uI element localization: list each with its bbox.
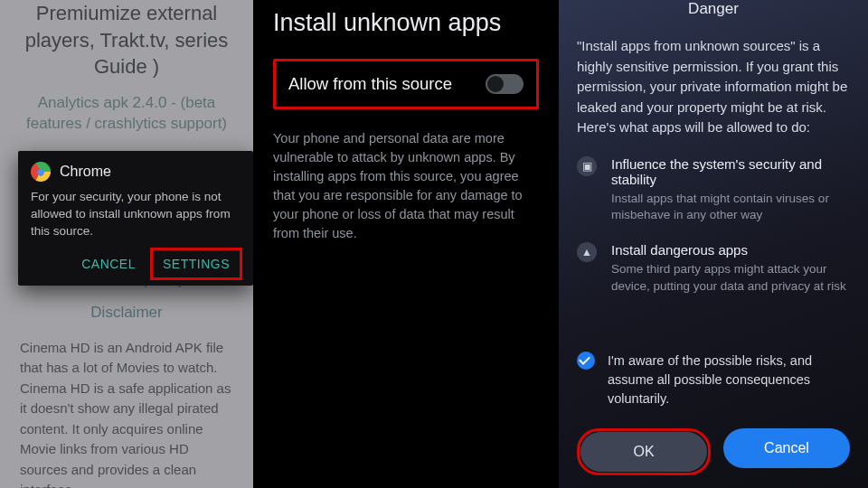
warning-icon: ▲	[577, 242, 597, 262]
bullet-title: Install dangerous apps	[611, 242, 850, 258]
page-title: Install unknown apps	[273, 9, 539, 37]
bullet-security: ▣ Influence the system's security and st…	[577, 156, 850, 225]
bullet-sub: Install apps that might contain viruses …	[611, 191, 850, 225]
ok-button-highlight: OK	[577, 428, 711, 475]
allow-warning-text: Your phone and personal data are more vu…	[273, 129, 539, 243]
aware-checkbox[interactable]	[577, 352, 595, 370]
shield-icon: ▣	[577, 156, 597, 176]
aware-text: I'm aware of the possible risks, and ass…	[608, 352, 850, 408]
cancel-button[interactable]: CANCEL	[71, 249, 146, 278]
bullet-sub: Some third party apps might attack your …	[611, 261, 850, 296]
body-text: Cinema HD is an Android APK file that ha…	[20, 338, 233, 488]
screenshot-3-danger-dialog: Danger "Install apps from unknown source…	[559, 0, 868, 488]
dialog-intro: "Install apps from unknown sources" is a…	[577, 36, 850, 138]
screenshot-1-browser: Premiumize external players, Trakt.tv, s…	[0, 0, 253, 488]
screenshot-2-install-unknown-apps: Install unknown apps Allow from this sou…	[253, 0, 559, 488]
ok-button[interactable]: OK	[580, 432, 707, 472]
allow-toggle[interactable]	[486, 74, 524, 94]
disclaimer-link[interactable]: Disclaimer	[20, 304, 233, 322]
settings-button[interactable]: SETTINGS	[152, 249, 241, 278]
bullet-title: Influence the system's security and stab…	[611, 156, 850, 187]
aware-row[interactable]: I'm aware of the possible risks, and ass…	[577, 352, 850, 408]
page-subhead: Analytics apk 2.4.0 - (beta features / c…	[20, 93, 233, 135]
dialog-message: For your security, your phone is not all…	[31, 189, 241, 240]
allow-label: Allow from this source	[288, 74, 452, 94]
chrome-icon	[31, 162, 51, 182]
bullet-dangerous: ▲ Install dangerous apps Some third part…	[577, 242, 850, 296]
page-headline: Premiumize external players, Trakt.tv, s…	[20, 0, 233, 80]
install-blocked-dialog: Chrome For your security, your phone is …	[18, 151, 253, 286]
dialog-title: Danger	[577, 0, 850, 18]
cancel-button[interactable]: Cancel	[723, 428, 850, 468]
dialog-title: Chrome	[60, 164, 111, 180]
allow-from-source-row[interactable]: Allow from this source	[273, 59, 539, 109]
